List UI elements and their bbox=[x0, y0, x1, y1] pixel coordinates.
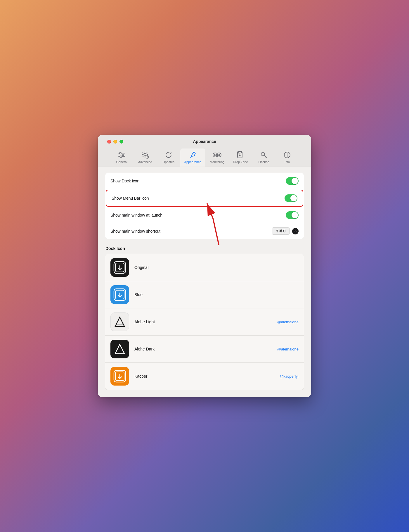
close-button[interactable] bbox=[107, 140, 111, 144]
tab-license[interactable]: License bbox=[252, 148, 275, 167]
sliders-icon bbox=[118, 151, 126, 159]
clear-shortcut-button[interactable] bbox=[292, 228, 299, 234]
tab-info[interactable]: Info bbox=[275, 148, 299, 167]
app-window: Appearance General bbox=[98, 135, 311, 397]
show-main-window-shortcut-row: Show main window shortcut ⇧⌘C bbox=[105, 223, 304, 239]
toolbar: General Advanced bbox=[110, 147, 299, 167]
dock-icon-title: Dock Icon bbox=[105, 246, 304, 251]
show-main-window-launch-toggle[interactable] bbox=[286, 211, 299, 219]
tab-monitoring[interactable]: Monitoring bbox=[205, 148, 229, 167]
show-dock-icon-label: Show Dock icon bbox=[110, 179, 139, 183]
icon-row-original[interactable]: Original bbox=[105, 254, 304, 281]
show-main-window-shortcut-label: Show main window shortcut bbox=[110, 229, 160, 234]
alohe-light-label: Alohe Light bbox=[134, 319, 277, 324]
svg-point-11 bbox=[218, 154, 220, 156]
blue-icon bbox=[110, 285, 129, 304]
show-dock-icon-toggle[interactable] bbox=[286, 177, 299, 185]
svg-point-6 bbox=[144, 153, 146, 156]
show-menu-bar-icon-label: Show Menu Bar icon bbox=[112, 196, 149, 201]
shortcut-badge: ⇧⌘C bbox=[272, 227, 290, 235]
icon-row-kacper[interactable]: Kacper @kacperfyi bbox=[105, 363, 304, 390]
tab-monitoring-label: Monitoring bbox=[210, 160, 224, 164]
tab-advanced[interactable]: Advanced bbox=[134, 148, 157, 167]
svg-point-4 bbox=[122, 154, 124, 156]
show-main-window-launch-row: Show main window at launch bbox=[105, 207, 304, 223]
kacper-label: Kacper bbox=[134, 374, 280, 379]
maximize-button[interactable] bbox=[119, 140, 123, 144]
original-icon bbox=[110, 258, 129, 277]
tab-info-label: Info bbox=[285, 160, 290, 164]
sparkle-cursor-icon bbox=[189, 151, 197, 159]
window-title: Appearance bbox=[193, 139, 216, 144]
alohe-dark-icon bbox=[110, 340, 129, 358]
show-main-window-launch-label: Show main window at launch bbox=[110, 213, 162, 217]
doc-arrow-icon bbox=[236, 151, 245, 159]
icon-row-alohe-light[interactable]: Alohe Light @alemalohe bbox=[105, 308, 304, 336]
titlebar: Appearance General bbox=[98, 135, 311, 167]
gear-badge-icon bbox=[141, 151, 149, 159]
svg-point-5 bbox=[120, 156, 122, 158]
traffic-lights bbox=[107, 140, 123, 144]
svg-point-16 bbox=[287, 153, 287, 154]
icon-row-alohe-dark[interactable]: Alohe Dark @alemalohe bbox=[105, 336, 304, 363]
tab-advanced-label: Advanced bbox=[138, 160, 152, 164]
tab-license-label: License bbox=[259, 160, 269, 164]
alohe-light-icon bbox=[110, 312, 129, 331]
icon-row-blue[interactable]: Blue bbox=[105, 281, 304, 308]
info-circle-icon bbox=[283, 151, 291, 159]
minimize-button[interactable] bbox=[113, 140, 117, 144]
alohe-dark-label: Alohe Dark bbox=[134, 347, 277, 351]
tab-appearance-label: Appearance bbox=[184, 160, 201, 164]
show-menu-bar-icon-row: Show Menu Bar icon bbox=[106, 190, 303, 207]
key-icon bbox=[260, 151, 268, 159]
alohe-light-credit[interactable]: @alemalohe bbox=[277, 320, 299, 324]
main-content: Show Dock icon Show Menu Bar icon Show m… bbox=[98, 167, 311, 397]
show-dock-icon-row: Show Dock icon bbox=[105, 173, 304, 189]
tab-updates[interactable]: Updates bbox=[157, 148, 180, 167]
svg-point-3 bbox=[119, 152, 121, 154]
eyes-icon bbox=[213, 151, 221, 159]
alohe-dark-credit[interactable]: @alemalohe bbox=[277, 347, 299, 351]
tab-general-label: General bbox=[116, 160, 127, 164]
tab-appearance[interactable]: Appearance bbox=[180, 148, 205, 167]
tab-dropzone[interactable]: Drop Zone bbox=[229, 148, 252, 167]
kacper-icon bbox=[110, 367, 129, 386]
svg-point-10 bbox=[216, 153, 221, 157]
icon-list: Original Blue bbox=[105, 254, 304, 390]
blue-label: Blue bbox=[134, 292, 299, 297]
original-label: Original bbox=[134, 265, 299, 270]
svg-point-9 bbox=[214, 154, 216, 156]
shortcut-container: ⇧⌘C bbox=[272, 227, 299, 235]
tab-updates-label: Updates bbox=[163, 160, 174, 164]
dock-icon-section: Dock Icon Original bbox=[105, 246, 304, 390]
arrow-circle-icon bbox=[164, 151, 173, 159]
kacper-credit[interactable]: @kacperfyi bbox=[280, 374, 299, 379]
show-menu-bar-icon-toggle[interactable] bbox=[285, 194, 297, 202]
tab-general[interactable]: General bbox=[110, 148, 134, 167]
tab-dropzone-label: Drop Zone bbox=[233, 160, 248, 164]
settings-group: Show Dock icon Show Menu Bar icon Show m… bbox=[105, 173, 304, 239]
